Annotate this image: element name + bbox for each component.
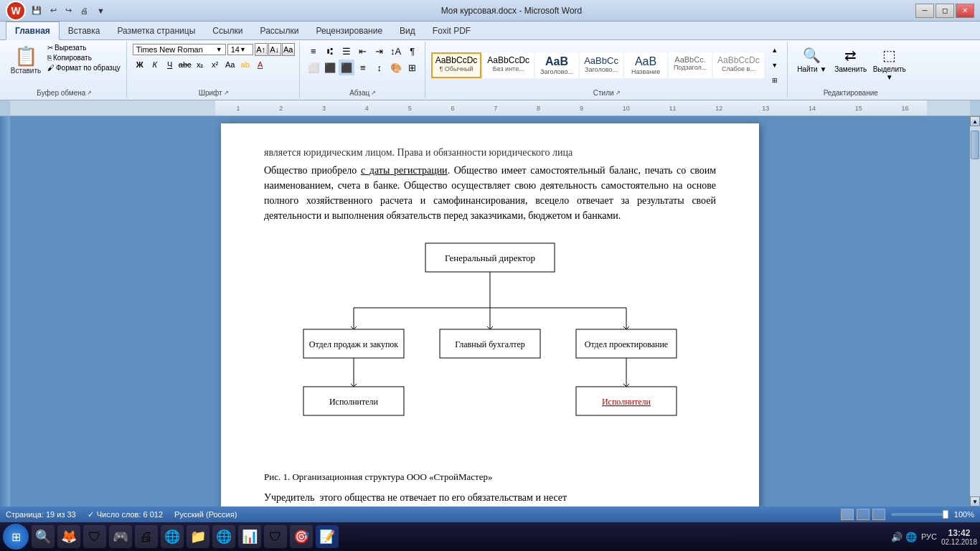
sort-button[interactable]: ↕A — [388, 43, 404, 59]
style-title-button[interactable]: AaB Название — [624, 52, 667, 78]
chrome-taskbar-icon[interactable]: 🌐 — [161, 525, 184, 548]
font-size-dropdown-icon[interactable]: ▼ — [240, 46, 246, 53]
show-hide-button[interactable]: ¶ — [405, 43, 420, 59]
replace-button[interactable]: ⇄ Заменить — [832, 43, 870, 85]
find-button[interactable]: 🔍 Найти ▼ — [793, 43, 831, 85]
bullets-button[interactable]: ≡ — [306, 43, 321, 59]
style-heading2-button[interactable]: AaBbCc Заголово... — [580, 52, 623, 78]
clipboard-expand-icon[interactable]: ↗ — [87, 90, 92, 96]
numbering-button[interactable]: ⑆ — [322, 43, 338, 59]
tray-icon-2[interactable]: 🌐 — [905, 532, 917, 542]
subscript-button[interactable]: x₂ — [193, 57, 207, 72]
select-button[interactable]: ⬚ Выделить ▼ — [871, 43, 908, 85]
italic-button[interactable]: К — [148, 57, 162, 72]
tab-insert[interactable]: Вставка — [60, 22, 109, 39]
bold-button[interactable]: Ж — [133, 57, 147, 72]
language-indicator[interactable]: Русский (Россия) — [174, 510, 237, 519]
grow-font-button[interactable]: A↑ — [255, 43, 268, 56]
clock[interactable]: 13:42 02.12.2018 — [941, 528, 977, 546]
start-button[interactable]: ⊞ — [3, 524, 29, 550]
style-heading1-button[interactable]: AaB Заголово... — [535, 52, 578, 78]
font-expand-icon[interactable]: ↗ — [224, 90, 229, 96]
change-case-button[interactable]: Аа — [223, 57, 237, 72]
copy-button[interactable]: ⎘ Копировать — [46, 53, 122, 62]
tab-mailings[interactable]: Рассылки — [252, 22, 308, 39]
tab-review[interactable]: Рецензирование — [307, 22, 391, 39]
format-painter-button[interactable]: 🖌 Формат по образцу — [46, 63, 122, 72]
scroll-down-arrow[interactable]: ▼ — [970, 496, 980, 507]
scroll-thumb[interactable] — [971, 131, 979, 159]
paste-button[interactable]: 📋 Вставить — [7, 43, 44, 78]
line-spacing-button[interactable]: ↕ — [372, 60, 387, 75]
style-subtitle-button[interactable]: AaBbCc. Подзагол... — [669, 52, 712, 78]
shrink-font-button[interactable]: A↓ — [268, 43, 281, 56]
font-color-button[interactable]: А — [253, 57, 268, 72]
customize-qat[interactable]: ▼ — [94, 5, 108, 17]
firefox-taskbar-icon[interactable]: 🦊 — [57, 525, 80, 548]
borders-button[interactable]: ⊞ — [405, 60, 420, 75]
shading-button[interactable]: 🎨 — [388, 60, 404, 75]
scroll-track[interactable] — [970, 126, 980, 496]
ie-taskbar-icon[interactable]: 🌐 — [212, 525, 235, 548]
tab-page-layout[interactable]: Разметка страницы — [108, 22, 204, 39]
multilevel-button[interactable]: ☰ — [339, 43, 354, 59]
vertical-scrollbar[interactable]: ▲ ▼ — [970, 116, 980, 507]
zoom-thumb[interactable] — [943, 510, 948, 519]
tab-references[interactable]: Ссылки — [204, 22, 251, 39]
minimize-button[interactable]: ─ — [915, 4, 934, 18]
clear-format-button[interactable]: Aa — [282, 43, 295, 56]
print-qat[interactable]: 🖨 — [77, 5, 91, 17]
zoom-slider[interactable] — [891, 513, 948, 516]
styles-more[interactable]: ⊞ — [767, 73, 783, 88]
style-normal-button[interactable]: AaBbCcDc ¶ Обычный — [431, 52, 482, 78]
align-right-button[interactable]: ⬛ — [339, 60, 354, 75]
document-page[interactable]: является юридическим лицом. Права и обяз… — [221, 123, 759, 507]
styles-scroll-down[interactable]: ▼ — [767, 58, 783, 72]
tab-home[interactable]: Главная — [6, 22, 60, 40]
close-button[interactable]: ✕ — [956, 4, 974, 18]
decrease-indent-button[interactable]: ⇤ — [355, 43, 371, 59]
font-dropdown-icon[interactable]: ▼ — [216, 46, 222, 53]
view-web-button[interactable] — [872, 509, 885, 520]
view-fullscreen-button[interactable] — [857, 509, 870, 520]
paragraph-expand-icon[interactable]: ↗ — [371, 90, 376, 96]
tab-view[interactable]: Вид — [391, 22, 424, 39]
increase-indent-button[interactable]: ⇥ — [372, 43, 387, 59]
office-button[interactable]: W — [6, 1, 26, 21]
undo-qat[interactable]: ↩ — [47, 4, 60, 17]
antivirus-taskbar-icon[interactable]: 🛡 — [264, 525, 287, 548]
game-taskbar-icon[interactable]: 🎮 — [109, 525, 132, 548]
cut-button[interactable]: ✂ Вырезать — [46, 43, 122, 52]
language-tray[interactable]: РУС — [921, 532, 937, 541]
ruler[interactable]: 12345678910111213141516 — [0, 100, 980, 116]
word-count[interactable]: ✓ Число слов: 6 012 — [88, 510, 163, 519]
tab-foxit[interactable]: Foxit PDF — [424, 22, 479, 39]
align-left-button[interactable]: ⬜ — [306, 60, 321, 75]
styles-scroll-up[interactable]: ▲ — [767, 43, 783, 57]
document-scroll-area[interactable]: является юридическим лицом. Права и обяз… — [10, 116, 970, 507]
word-taskbar-icon[interactable]: 📝 — [316, 525, 339, 548]
style-subtle-button[interactable]: AaBbCcDc Слабое в... — [713, 52, 764, 78]
target-taskbar-icon[interactable]: 🎯 — [290, 525, 313, 548]
style-no-spacing-button[interactable]: AaBbCcDc Без инте... — [483, 52, 534, 78]
excel-taskbar-icon[interactable]: 📊 — [238, 525, 261, 548]
view-print-button[interactable] — [841, 509, 854, 520]
highlight-button[interactable]: ab — [238, 57, 253, 72]
redo-qat[interactable]: ↪ — [62, 4, 75, 17]
restore-button[interactable]: ◻ — [936, 4, 954, 18]
ruler-active-area[interactable]: 12345678910111213141516 — [215, 100, 927, 116]
hp-taskbar-icon[interactable]: 🖨 — [135, 525, 158, 548]
underline-button[interactable]: Ч — [163, 57, 177, 72]
search-taskbar-icon[interactable]: 🔍 — [32, 525, 55, 548]
strikethrough-button[interactable]: аbc — [178, 57, 192, 72]
align-center-button[interactable]: ⬛ — [322, 60, 338, 75]
font-size-box[interactable]: 14 ▼ — [227, 44, 253, 55]
scroll-up-arrow[interactable]: ▲ — [970, 116, 980, 126]
explorer-taskbar-icon[interactable]: 📁 — [187, 525, 209, 548]
page-indicator[interactable]: Страница: 19 из 33 — [6, 510, 76, 519]
font-name-box[interactable]: Times New Roman ▼ — [133, 44, 226, 55]
tray-icon-1[interactable]: 🔊 — [891, 532, 903, 542]
shield-taskbar-icon[interactable]: 🛡 — [83, 525, 106, 548]
align-justify-button[interactable]: ≡ — [355, 60, 371, 75]
save-qat[interactable]: 💾 — [29, 4, 44, 17]
